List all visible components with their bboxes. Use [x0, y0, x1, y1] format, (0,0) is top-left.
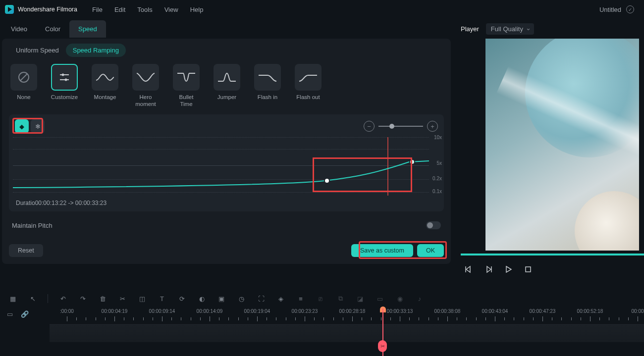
video-preview[interactable]	[485, 39, 639, 251]
crop-icon[interactable]: ◫	[137, 294, 147, 304]
preset-flashout-label: Flash out	[296, 94, 320, 101]
delete-icon[interactable]: 🗑	[98, 294, 107, 304]
ruler-label-9: 00:00:43:04	[482, 308, 508, 314]
track-link-icon[interactable]: 🔗	[21, 310, 29, 318]
preset-customize[interactable]: Customize	[50, 64, 79, 107]
undo-icon[interactable]: ↶	[58, 294, 68, 304]
timeline-ruler[interactable]: :00:00 00:00:04:19 00:00:09:14 00:00:14:…	[50, 308, 644, 323]
tab-uniform-speed[interactable]: Uniform Speed	[9, 44, 66, 57]
preset-customize-label: Customize	[51, 94, 78, 101]
tab-speed-ramping[interactable]: Speed Ramping	[66, 44, 126, 57]
ylabel-10x: 10x	[434, 135, 442, 140]
graph-tools: ◆ ❄ − +	[9, 114, 444, 135]
ramp-curve	[13, 137, 429, 196]
redo-icon[interactable]: ↷	[78, 294, 88, 304]
mask-icon: ◪	[355, 294, 365, 304]
app-logo-icon	[5, 5, 14, 14]
cut-icon[interactable]: ✂	[117, 294, 127, 304]
workspace: Video Color Speed Uniform Speed Speed Ra…	[0, 19, 644, 289]
pointer-icon[interactable]: ↖	[28, 294, 38, 304]
preview-image-dish	[575, 191, 639, 251]
inspector-tabs: Video Color Speed	[2, 19, 454, 39]
preset-bullet-label: Bullet Time	[179, 94, 194, 107]
fit-icon[interactable]: ⛶	[256, 294, 266, 304]
keyframe-1[interactable]	[325, 179, 329, 183]
player-label: Player	[461, 25, 479, 33]
keyframe-icon[interactable]: ◈	[276, 294, 286, 304]
ylabel-02x: 0.2x	[432, 176, 442, 181]
timeline-track-1[interactable]	[50, 323, 644, 342]
preset-hero-moment[interactable]: Hero moment	[131, 64, 161, 107]
freeze-frame-button[interactable]: ❄	[31, 119, 45, 133]
timeline-toolbar: ▦ ↖ ↶ ↷ 🗑 ✂ ◫ T ⟳ ◐ ▣ ◷ ⛶ ◈ ≡ ⎚ ⧉ ◪ ▭ ◉ …	[0, 289, 644, 308]
svg-marker-6	[466, 266, 470, 272]
tab-video[interactable]: Video	[2, 20, 36, 38]
timeline: ▭ 🔗 :00:00 00:00:04:19 00:00:09:14 00:00…	[0, 308, 644, 356]
action-row: Reset Save as custom OK	[2, 229, 451, 257]
zoom-in-button[interactable]: +	[427, 121, 438, 132]
grid-view-icon[interactable]: ▦	[8, 294, 18, 304]
speed-mode-tabs: Uniform Speed Speed Ramping	[2, 39, 451, 61]
timer-icon[interactable]: ◷	[236, 294, 246, 304]
separator	[48, 294, 48, 303]
svg-line-1	[20, 74, 27, 81]
menu-view[interactable]: View	[164, 6, 178, 13]
ruler-label-10: 00:00:47:23	[530, 308, 556, 314]
ruler-label-5: 00:00:23:23	[292, 308, 318, 314]
player-controls	[456, 255, 644, 275]
menu-help[interactable]: Help	[190, 6, 204, 13]
menu-file[interactable]: File	[92, 6, 103, 13]
reset-button[interactable]: Reset	[9, 244, 43, 257]
maintain-pitch-toggle[interactable]	[426, 221, 441, 229]
speed-card: Uniform Speed Speed Ramping None Customi…	[2, 39, 451, 264]
ruler-label-3: 00:00:14:09	[197, 308, 223, 314]
zoom-slider[interactable]	[378, 126, 423, 127]
adjust-icon[interactable]: ≡	[296, 294, 306, 304]
preset-hero-label: Hero moment	[135, 94, 156, 107]
preset-none[interactable]: None	[9, 64, 39, 107]
play-backward-button[interactable]	[483, 263, 494, 275]
ruler-label-12: 00:00	[631, 308, 644, 314]
stop-button[interactable]	[522, 263, 534, 275]
preset-flash-out[interactable]: Flash out	[293, 64, 323, 107]
track-media-icon[interactable]: ▭	[7, 310, 13, 318]
player-header: Player Full Quality	[456, 19, 644, 39]
inspector-panel: Video Color Speed Uniform Speed Speed Ra…	[0, 19, 456, 289]
svg-point-5	[65, 79, 67, 81]
music-icon: ♪	[415, 294, 425, 304]
greenscreen-icon[interactable]: ▣	[216, 294, 226, 304]
cloud-sync-icon[interactable]	[626, 5, 634, 13]
color-icon[interactable]: ◐	[197, 294, 207, 304]
cut-marker-icon[interactable]: ✂	[378, 340, 387, 352]
app-title: Wondershare Filmora	[18, 6, 77, 13]
duration-from: 00:00:13:22	[35, 200, 66, 206]
render-icon: ▭	[375, 294, 385, 304]
quality-select[interactable]: Full Quality	[486, 23, 534, 35]
menu-edit[interactable]: Edit	[114, 6, 125, 13]
preset-bullet-time[interactable]: Bullet Time	[171, 64, 201, 107]
svg-marker-10	[506, 266, 511, 272]
svg-marker-8	[487, 266, 491, 272]
tab-color[interactable]: Color	[36, 20, 69, 38]
add-keyframe-button[interactable]: ◆	[15, 119, 29, 133]
preset-montage[interactable]: Montage	[90, 64, 120, 107]
maintain-pitch-label: Maintain Pitch	[12, 222, 53, 229]
graph-zoom: − +	[364, 121, 438, 132]
menu-tools[interactable]: Tools	[137, 6, 152, 13]
ruler-label-2: 00:00:09:14	[149, 308, 175, 314]
prev-frame-button[interactable]	[463, 263, 475, 275]
preset-flash-in[interactable]: Flash in	[253, 64, 282, 107]
ramp-graph[interactable]: 10x 5x 0.2x 0.1x	[13, 137, 429, 196]
tab-speed[interactable]: Speed	[69, 20, 106, 38]
play-button[interactable]	[502, 263, 514, 275]
ruler-label-0: :00:00	[60, 308, 74, 314]
preset-jumper[interactable]: Jumper	[212, 64, 242, 107]
speed-icon[interactable]: ⟳	[177, 294, 187, 304]
text-icon[interactable]: T	[157, 294, 167, 304]
ramp-graph-card: ◆ ❄ − + 10x 5x 0.2	[9, 114, 444, 211]
player-panel: Player Full Quality	[456, 19, 644, 289]
ok-button[interactable]: OK	[417, 244, 444, 257]
group-icon: ⧉	[335, 294, 345, 304]
zoom-out-button[interactable]: −	[364, 121, 375, 132]
save-custom-button[interactable]: Save as custom	[351, 244, 413, 257]
